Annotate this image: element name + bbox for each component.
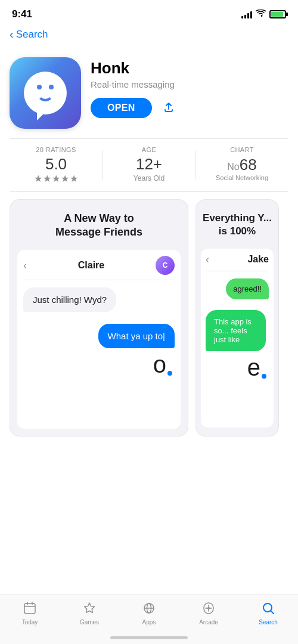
- key-letter-1: o: [153, 351, 166, 378]
- stat-age: AGE 12+ Years Old: [103, 146, 195, 184]
- app-actions: OPEN: [91, 98, 288, 118]
- screenshots-scroll[interactable]: A New Way toMessage Friends ‹ Claire C J…: [0, 199, 298, 437]
- chat-header-2: ‹ Jake: [206, 253, 269, 271]
- app-name: Honk: [91, 60, 288, 77]
- ratings-label: 20 RATINGS: [36, 146, 76, 153]
- tab-item-today[interactable]: Today: [0, 600, 60, 626]
- tab-label-games: Games: [80, 619, 99, 626]
- age-label: AGE: [142, 146, 156, 153]
- tab-label-arcade: Arcade: [199, 619, 218, 626]
- rating-stars: ★★★★★: [34, 173, 79, 184]
- key-dot-2: [262, 374, 266, 379]
- tab-item-arcade[interactable]: Arcade: [179, 600, 238, 626]
- keyboard-hint-2: e: [206, 351, 269, 381]
- rating-value: 5.0: [45, 156, 67, 173]
- chart-label: CHART: [230, 146, 254, 153]
- screenshot-title-2: Everything Y...is 100%: [196, 200, 278, 244]
- app-icon-face: [24, 72, 67, 114]
- tab-item-search[interactable]: Search: [238, 600, 298, 626]
- mock-chat-2: ‹ Jake agreed!! This app is so... feels …: [201, 249, 274, 428]
- stat-ratings: 20 RATINGS 5.0 ★★★★★: [10, 146, 103, 184]
- age-value: 12+: [136, 156, 162, 173]
- received-bubble-2: agreed!!: [226, 278, 269, 299]
- screenshots-section: A New Way toMessage Friends ‹ Claire C J…: [0, 192, 298, 437]
- age-sub: Years Old: [134, 174, 164, 182]
- screenshot-title-1: A New Way toMessage Friends: [10, 200, 188, 246]
- tab-item-apps[interactable]: Apps: [119, 600, 179, 626]
- search-icon: [260, 600, 277, 617]
- tab-label-search: Search: [259, 619, 278, 626]
- app-icon: [10, 57, 81, 129]
- chart-value: No 68: [227, 156, 256, 174]
- back-button[interactable]: ‹ Search: [10, 29, 288, 41]
- chat-avatar: C: [156, 256, 175, 275]
- status-time: 9:41: [12, 8, 32, 20]
- keyboard-hint-1: o: [23, 348, 175, 378]
- wifi-icon: [256, 10, 266, 19]
- today-icon: [21, 600, 38, 617]
- apps-icon: [141, 600, 157, 617]
- stat-chart: CHART No 68 Social Networking: [195, 146, 288, 184]
- app-subtitle: Real-time messaging: [91, 79, 288, 89]
- chart-num: 68: [240, 156, 257, 174]
- mock-chat-1: ‹ Claire C Just chilling! Wyd? What ya u…: [17, 250, 181, 429]
- chart-no: No: [227, 162, 239, 172]
- home-indicator: [110, 636, 188, 639]
- sent-bubble-2: This app is so... feels just like: [206, 310, 266, 351]
- svg-line-9: [271, 611, 274, 614]
- chat-back-icon: ‹: [23, 259, 27, 272]
- screenshot-card-2: Everything Y...is 100% ‹ Jake agreed!! T…: [195, 199, 279, 437]
- status-icons: [241, 10, 286, 19]
- chat-contact-name: Claire: [78, 260, 104, 271]
- games-icon: [81, 600, 98, 617]
- face-smile: [37, 93, 54, 101]
- battery-icon: [269, 10, 286, 18]
- face-eyes: [37, 85, 54, 89]
- svg-rect-0: [24, 603, 35, 614]
- key-letter-2: e: [247, 354, 260, 381]
- face-eye-left: [37, 85, 42, 89]
- screenshot-card-1: A New Way toMessage Friends ‹ Claire C J…: [10, 199, 188, 437]
- chat-contact-name-2: Jake: [247, 254, 269, 265]
- sent-bubble-1: What ya up to|: [98, 324, 175, 348]
- chart-cat: Social Networking: [216, 174, 268, 181]
- tab-label-today: Today: [22, 619, 38, 626]
- svg-point-7: [207, 607, 210, 609]
- app-header: Honk Real-time messaging OPEN: [0, 48, 298, 138]
- share-button[interactable]: [162, 100, 176, 116]
- arcade-icon: [200, 600, 217, 617]
- chevron-left-icon: ‹: [10, 28, 14, 40]
- back-navigation: ‹ Search: [0, 26, 298, 48]
- received-bubble-1: Just chilling! Wyd?: [23, 287, 116, 312]
- tab-label-apps: Apps: [142, 619, 156, 626]
- app-info: Honk Real-time messaging OPEN: [91, 57, 288, 118]
- back-label: Search: [16, 29, 48, 41]
- chat-back-icon-2: ‹: [206, 253, 209, 266]
- status-bar: 9:41: [0, 0, 298, 26]
- signal-icon: [241, 10, 252, 18]
- chat-header-1: ‹ Claire C: [23, 256, 175, 280]
- key-dot-1: [167, 371, 172, 376]
- tab-item-games[interactable]: Games: [60, 600, 119, 626]
- face-eye-right: [49, 85, 54, 89]
- stats-row: 20 RATINGS 5.0 ★★★★★ AGE 12+ Years Old C…: [10, 139, 288, 191]
- open-button[interactable]: OPEN: [91, 98, 152, 118]
